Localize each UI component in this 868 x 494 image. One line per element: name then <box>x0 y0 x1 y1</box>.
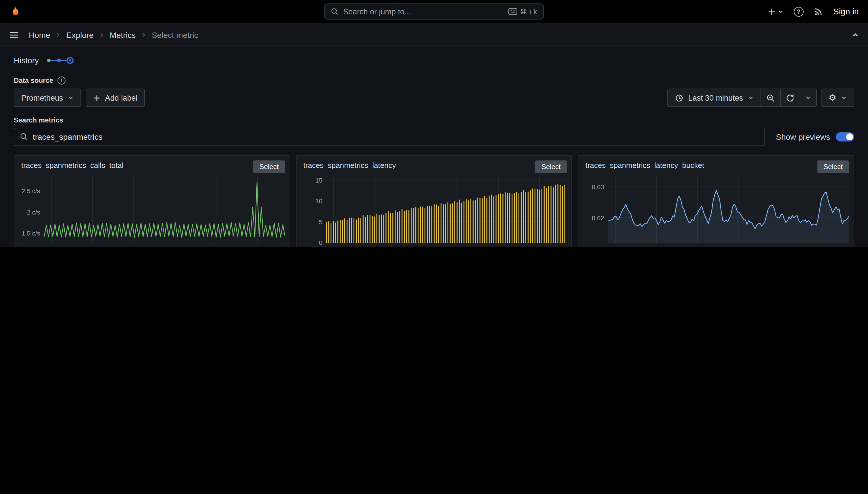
svg-text:15:30: 15:30 <box>167 247 183 247</box>
svg-text:15:40: 15:40 <box>531 247 547 247</box>
svg-text:15:25: 15:25 <box>690 247 706 247</box>
chevron-down-icon <box>777 8 783 14</box>
gear-icon: ⚙ <box>829 93 836 102</box>
svg-text:15: 15 <box>315 177 322 184</box>
metrics-grid: traces_spanmetrics_calls_total Select 1.… <box>14 155 854 247</box>
data-source-picker[interactable]: Prometheus <box>14 89 81 107</box>
search-icon <box>20 132 28 141</box>
breadcrumb: Home Explore Metrics Select metric <box>29 30 198 39</box>
chevron-down-icon <box>748 95 753 101</box>
svg-text:0.02: 0.02 <box>592 214 605 222</box>
search-metrics-label: Search metrics <box>14 116 854 124</box>
svg-text:15:35: 15:35 <box>490 247 506 247</box>
panel-select-button[interactable]: Select <box>253 160 285 173</box>
time-range-value: Last 30 minutes <box>688 93 743 102</box>
hamburger-icon <box>9 30 20 40</box>
refresh-button[interactable] <box>780 89 800 107</box>
add-label-button[interactable]: Add label <box>86 89 145 107</box>
global-search-placeholder: Search or jump to... <box>343 7 411 16</box>
breadcrumb-current: Select metric <box>152 30 198 39</box>
search-metrics-field <box>14 128 765 146</box>
svg-text:1.5 c/s: 1.5 c/s <box>22 230 40 237</box>
data-source-value: Prometheus <box>21 93 63 102</box>
time-controls-group: Last 30 minutes <box>667 89 816 107</box>
search-metrics-input[interactable] <box>14 128 765 146</box>
plus-icon <box>767 7 776 16</box>
refresh-icon <box>786 93 794 102</box>
svg-text:15:15: 15:15 <box>326 247 341 247</box>
svg-text:0: 0 <box>319 239 322 246</box>
show-previews-toggle[interactable] <box>836 132 854 141</box>
svg-text:0.03: 0.03 <box>592 184 605 191</box>
menu-toggle-button[interactable] <box>9 30 20 40</box>
breadcrumb-metrics[interactable]: Metrics <box>110 30 136 39</box>
svg-text:5: 5 <box>319 218 322 226</box>
preview-chart: 1.5 c/s2 c/s2.5 c/s15:1515:2015:2515:301… <box>14 170 290 247</box>
svg-text:15:20: 15:20 <box>85 247 101 247</box>
chevron-right-icon <box>56 32 61 38</box>
panel-title: traces_spanmetrics_calls_total <box>14 156 244 170</box>
zoom-out-icon <box>766 93 775 102</box>
show-previews-label: Show previews <box>776 132 830 141</box>
zoom-out-button[interactable] <box>760 89 780 107</box>
keyboard-icon <box>508 8 517 15</box>
breadcrumb-bar: Home Explore Metrics Select metric <box>0 23 868 47</box>
svg-text:15:40: 15:40 <box>813 247 829 247</box>
keyboard-shortcut: ⌘+k <box>508 7 537 16</box>
history-label: History <box>14 56 39 65</box>
breadcrumb-home[interactable]: Home <box>29 30 50 39</box>
metric-panel: traces_spanmetrics_latency_bucket Select… <box>578 155 854 247</box>
collapse-header-button[interactable] <box>852 31 859 38</box>
chevron-right-icon <box>99 32 105 38</box>
clock-icon <box>675 93 684 102</box>
add-label-text: Add label <box>105 93 138 102</box>
svg-text:15:30: 15:30 <box>449 247 465 247</box>
svg-text:10: 10 <box>315 197 322 205</box>
preview-chart: 05101515:1515:2015:2515:3015:3515:40 <box>296 170 571 247</box>
refresh-interval-dropdown[interactable] <box>799 89 816 107</box>
time-range-picker[interactable]: Last 30 minutes <box>667 89 761 107</box>
plus-icon <box>93 94 101 101</box>
chevron-down-icon <box>68 95 74 101</box>
svg-text:15:35: 15:35 <box>772 247 788 247</box>
panel-title: traces_spanmetrics_latency_bucket <box>578 156 809 170</box>
chevron-up-icon <box>852 31 859 38</box>
global-search[interactable]: Search or jump to... ⌘+k <box>324 3 544 20</box>
help-button[interactable]: ? <box>793 6 803 16</box>
svg-text:15:35: 15:35 <box>208 247 224 247</box>
svg-text:15:30: 15:30 <box>731 247 747 247</box>
svg-text:15:20: 15:20 <box>649 247 665 247</box>
chevron-down-icon <box>805 95 811 101</box>
panel-select-button[interactable]: Select <box>817 160 849 173</box>
chevron-right-icon <box>141 32 146 38</box>
svg-text:15:25: 15:25 <box>126 247 142 247</box>
panel-title: traces_spanmetrics_latency <box>296 156 526 170</box>
top-bar: Search or jump to... ⌘+k <box>0 0 868 23</box>
news-rss-icon[interactable] <box>814 7 823 16</box>
settings-button[interactable]: ⚙ <box>821 89 854 107</box>
svg-text:15:20: 15:20 <box>367 247 382 247</box>
sign-in-button[interactable]: Sign in <box>833 7 859 16</box>
chevron-down-icon <box>841 95 847 101</box>
history-timeline[interactable] <box>46 56 75 64</box>
panel-select-button[interactable]: Select <box>535 160 567 173</box>
svg-text:15:15: 15:15 <box>43 247 59 247</box>
preview-chart: 0.020.0315:1515:2015:2515:3015:3515:40 <box>578 170 854 247</box>
metric-panel: traces_spanmetrics_calls_total Select 1.… <box>14 155 290 247</box>
new-menu-button[interactable] <box>767 7 783 16</box>
svg-text:15:25: 15:25 <box>408 247 423 247</box>
svg-text:2.5 c/s: 2.5 c/s <box>22 188 40 195</box>
metric-panel: traces_spanmetrics_latency Select 051015… <box>296 155 572 247</box>
explore-metrics-content: History Data source i Prometheus <box>0 47 868 247</box>
grafana-app: Search or jump to... ⌘+k <box>0 0 868 247</box>
info-icon[interactable]: i <box>57 76 65 84</box>
svg-text:15:15: 15:15 <box>608 247 624 247</box>
svg-text:2 c/s: 2 c/s <box>27 209 40 216</box>
breadcrumb-explore[interactable]: Explore <box>66 30 94 39</box>
data-source-label: Data source <box>14 76 53 84</box>
svg-text:15:40: 15:40 <box>250 247 265 247</box>
grafana-logo[interactable] <box>9 5 22 18</box>
search-icon <box>331 7 339 16</box>
